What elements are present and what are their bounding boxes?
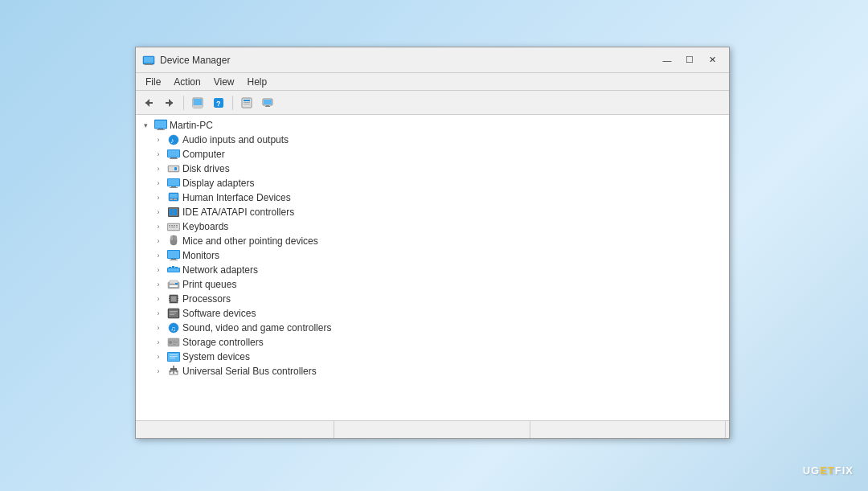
item-label: System devices <box>182 351 250 362</box>
expand-icon[interactable]: › <box>152 321 165 334</box>
tree-item[interactable]: ›Computer <box>136 147 729 162</box>
svg-rect-81 <box>178 300 178 301</box>
toolbar-forward-button[interactable] <box>160 94 179 112</box>
svg-rect-92 <box>173 342 178 343</box>
expand-icon[interactable]: › <box>152 293 165 305</box>
tree-item[interactable]: ›Keyboards <box>136 219 729 234</box>
svg-rect-50 <box>171 225 173 226</box>
svg-rect-10 <box>193 105 203 108</box>
tree-item[interactable]: ›Print queues <box>136 277 729 292</box>
svg-rect-85 <box>170 313 176 313</box>
toolbar-back-button[interactable] <box>139 94 158 112</box>
svg-rect-41 <box>170 198 173 200</box>
expand-icon[interactable]: › <box>152 162 165 175</box>
item-label: IDE ATA/ATAPI controllers <box>182 207 294 218</box>
expand-icon[interactable]: › <box>152 365 165 378</box>
tree-item[interactable]: ›Storage controllers <box>136 335 729 350</box>
expand-icon[interactable]: › <box>152 264 165 276</box>
tree-item[interactable]: ›Processors <box>136 292 729 306</box>
svg-rect-46 <box>174 209 177 215</box>
svg-text:?: ? <box>216 100 221 108</box>
item-icon <box>167 235 180 248</box>
tree-item[interactable]: ›System devices <box>136 350 729 364</box>
watermark-suffix: FIX <box>835 464 854 477</box>
svg-rect-30 <box>170 158 177 158</box>
menu-view[interactable]: View <box>207 75 241 89</box>
toolbar-update-button[interactable] <box>237 94 256 112</box>
svg-rect-71 <box>170 285 178 287</box>
svg-rect-24 <box>158 129 163 129</box>
svg-rect-57 <box>170 235 174 240</box>
svg-rect-1 <box>144 57 154 63</box>
toolbar-properties-button[interactable] <box>188 94 207 112</box>
svg-rect-54 <box>171 227 175 227</box>
expand-icon[interactable]: › <box>152 177 165 190</box>
svg-rect-79 <box>178 297 178 297</box>
menu-file[interactable]: File <box>139 75 167 89</box>
svg-rect-76 <box>169 297 170 297</box>
expand-icon[interactable]: › <box>152 220 165 233</box>
tree-item[interactable]: ›IDE ATA/ATAPI controllers <box>136 205 729 219</box>
help-icon: ? <box>213 97 224 108</box>
menu-action[interactable]: Action <box>167 75 207 89</box>
expand-icon[interactable]: › <box>152 336 165 349</box>
item-label: Storage controllers <box>182 337 264 348</box>
minimize-button[interactable]: — <box>657 52 678 68</box>
watermark-highlight: ET <box>820 464 835 477</box>
item-icon <box>167 293 180 305</box>
toolbar-help-button[interactable]: ? <box>209 94 228 112</box>
tree-item[interactable]: ›♫Sound, video and game controllers <box>136 321 729 335</box>
tree-item[interactable]: ›Monitors <box>136 248 729 263</box>
expand-icon[interactable]: › <box>152 206 165 219</box>
expand-icon[interactable]: › <box>152 191 165 204</box>
svg-text:♪: ♪ <box>170 137 174 145</box>
expand-icon[interactable]: › <box>152 249 165 262</box>
expand-icon[interactable]: › <box>152 133 165 146</box>
computer-icon-svg <box>154 119 167 132</box>
expand-icon[interactable]: › <box>152 235 165 248</box>
maximize-button[interactable]: ☐ <box>679 52 700 68</box>
window-title: Device Manager <box>160 55 230 66</box>
svg-rect-23 <box>155 121 166 128</box>
expand-icon[interactable]: › <box>152 148 165 161</box>
status-segment-3 <box>530 421 726 438</box>
svg-rect-31 <box>170 158 178 159</box>
svg-rect-68 <box>175 267 178 268</box>
close-button[interactable]: ✕ <box>702 52 723 68</box>
toolbar-monitor-button[interactable] <box>258 94 277 112</box>
tree-item[interactable]: ›♪Audio inputs and outputs <box>136 133 729 147</box>
status-bar <box>136 420 729 438</box>
svg-rect-98 <box>170 358 175 358</box>
svg-rect-37 <box>171 186 176 187</box>
expand-icon[interactable]: › <box>152 350 165 363</box>
expand-icon[interactable]: › <box>152 278 165 291</box>
item-label: Universal Serial Bus controllers <box>182 366 317 377</box>
watermark-prefix: UG <box>803 464 821 477</box>
svg-rect-52 <box>176 225 178 226</box>
root-expand-icon[interactable]: ▾ <box>139 119 152 132</box>
tree-item[interactable]: ›Display adapters <box>136 176 729 190</box>
tree-item[interactable]: ›Disk drives <box>136 162 729 176</box>
svg-rect-72 <box>175 283 178 284</box>
svg-rect-51 <box>174 225 175 226</box>
item-icon <box>167 162 180 175</box>
svg-rect-20 <box>266 105 269 106</box>
status-segment-2 <box>334 421 530 438</box>
tree-item[interactable]: ›Software devices <box>136 306 729 321</box>
menu-bar: File Action View Help <box>136 73 729 91</box>
expand-icon[interactable]: › <box>152 307 165 320</box>
svg-rect-15 <box>244 100 250 101</box>
tree-item[interactable]: ›Universal Serial Bus controllers <box>136 364 729 378</box>
monitor-icon <box>262 97 273 108</box>
menu-help[interactable]: Help <box>241 75 274 89</box>
tree-item[interactable]: ›Mice and other pointing devices <box>136 234 729 248</box>
item-icon <box>167 220 180 233</box>
svg-rect-45 <box>170 209 173 215</box>
toolbar-separator-1 <box>183 96 184 110</box>
item-icon <box>167 365 180 378</box>
item-icon <box>167 148 180 161</box>
tree-item[interactable]: ›Network adapters <box>136 263 729 277</box>
tree-item[interactable]: ›Human Interface Devices <box>136 190 729 205</box>
tree-root-item[interactable]: ▾ Martin-PC <box>136 118 729 133</box>
svg-rect-55 <box>176 227 178 227</box>
